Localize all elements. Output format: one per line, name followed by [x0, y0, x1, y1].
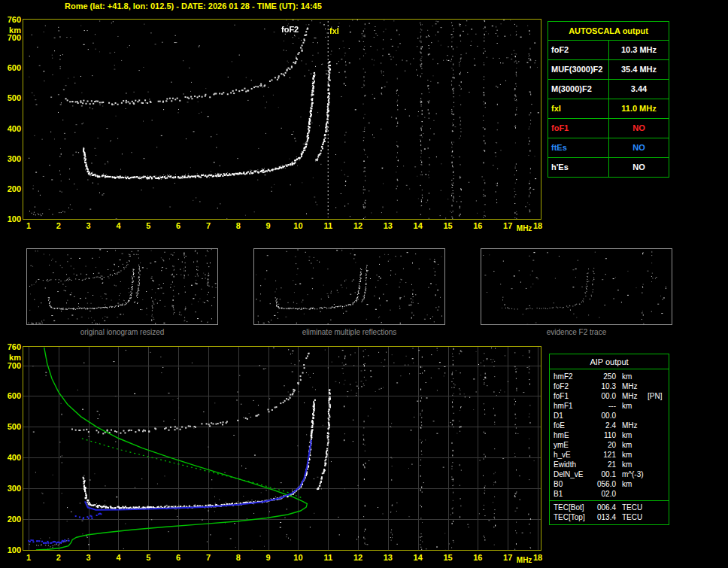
autoscala-param-label: foF1	[548, 119, 609, 138]
aip-param-value: 10.3	[589, 381, 616, 391]
aip-row: B0056.0km	[550, 479, 669, 489]
y-tick-label: 100	[2, 214, 21, 223]
x-tick-label: 8	[236, 553, 241, 562]
aip-param-label: B0	[550, 479, 589, 489]
x-tick-label: 12	[353, 553, 362, 562]
x-tick-label: 18	[533, 553, 542, 562]
aip-param-unit: m^(-3)	[616, 469, 648, 479]
aip-param-label: hmE	[550, 430, 589, 440]
x-tick-label: 14	[414, 221, 423, 230]
aip-param-label: TEC[Top]	[550, 512, 589, 522]
aip-param-label: foF2	[550, 381, 589, 391]
autoscala-window: Rome (lat: +41.8, lon: 012.5) - DATE: 20…	[0, 0, 728, 568]
autoscala-param-value: 10.3 MHz	[609, 41, 669, 59]
aip-param-label: hmF2	[550, 372, 589, 381]
aip-param-unit: MHz	[616, 421, 648, 430]
x-tick-label: 5	[146, 553, 150, 562]
y-tick-label: 700	[2, 33, 21, 42]
aip-row: foF100.0MHz[PN]	[550, 391, 669, 401]
autoscala-param-label: foF2	[548, 41, 609, 59]
aip-param-value: 20	[589, 440, 616, 450]
autoscala-row: foF210.3 MHz	[548, 40, 669, 59]
x-tick-label: 8	[236, 221, 241, 230]
aip-param-note	[648, 489, 669, 499]
autoscala-row: M(3000)F23.44	[548, 79, 669, 99]
aip-table-title: AIP output	[550, 354, 669, 369]
aip-param-note	[648, 469, 669, 479]
aip-output-table: AIP output hmF2250kmfoF210.3MHzfoF100.0M…	[549, 354, 669, 525]
x-axis-unit-label: MHz	[517, 224, 532, 232]
autoscala-table-title: AUTOSCALA output	[548, 22, 669, 40]
x-tick-label: 9	[266, 553, 271, 562]
x-tick-label: 13	[384, 553, 393, 562]
aip-param-label: B1	[550, 489, 589, 499]
y-tick-label: 200	[2, 184, 21, 193]
x-tick-label: 17	[503, 221, 512, 230]
x-tick-label: 10	[293, 221, 302, 230]
foF2-annotation-label: foF2	[281, 25, 299, 34]
aip-param-value: 056.0	[589, 479, 616, 489]
x-tick-label: 6	[176, 553, 180, 562]
aip-param-label: DelN_vE	[550, 469, 589, 479]
x-tick-label: 2	[56, 221, 61, 230]
aip-row: hmE110km	[550, 430, 669, 440]
aip-param-label: foE	[550, 421, 589, 430]
x-tick-label: 10	[293, 553, 302, 562]
aip-param-unit: MHz	[616, 391, 648, 401]
aip-row: D100.0	[550, 411, 669, 421]
bottom-ionogram-canvas	[23, 347, 541, 550]
autoscala-param-label: M(3000)F2	[548, 80, 609, 99]
autoscala-param-label: fxI	[548, 99, 609, 118]
aip-param-unit: km	[616, 401, 648, 411]
autoscala-param-value: NO	[609, 138, 669, 157]
aip-param-note	[648, 512, 669, 522]
x-tick-label: 4	[116, 553, 120, 562]
aip-param-value: 2.4	[589, 421, 616, 430]
x-tick-label: 6	[176, 221, 180, 230]
x-axis-unit-label: MHz	[517, 556, 532, 564]
aip-param-value: 250	[589, 372, 616, 381]
aip-param-label: Ewidth	[550, 460, 589, 469]
aip-param-note	[648, 381, 669, 391]
x-tick-label: 2	[56, 553, 61, 562]
aip-param-unit	[616, 411, 648, 421]
aip-param-label: hmF1	[550, 401, 589, 411]
aip-param-label: D1	[550, 411, 589, 421]
aip-param-value: ---	[589, 401, 616, 411]
y-tick-label: 700	[2, 361, 21, 370]
aip-param-unit: km	[616, 430, 648, 440]
x-tick-label: 12	[353, 221, 362, 230]
y-tick-label: 300	[2, 154, 21, 163]
aip-param-note	[648, 411, 669, 421]
aip-param-note	[648, 401, 669, 411]
autoscala-param-label: ftEs	[548, 138, 609, 157]
aip-row: TEC[Top]013.4TECU	[550, 512, 669, 522]
y-tick-label: 500	[2, 422, 21, 431]
y-tick-label: 400	[2, 453, 21, 462]
x-tick-label: 15	[443, 553, 452, 562]
thumbnail-no-multiples	[253, 248, 445, 325]
autoscala-param-value: 35.4 MHz	[609, 60, 669, 79]
aip-param-unit	[616, 489, 648, 499]
aip-row: ymE20km	[550, 440, 669, 450]
aip-param-label: TEC[Bot]	[550, 503, 589, 512]
thumbnail-original-canvas	[27, 249, 217, 324]
aip-param-unit: km	[616, 450, 648, 460]
aip-row: B102.0	[550, 489, 669, 499]
y-tick-label: 760	[2, 342, 21, 351]
autoscala-param-value: NO	[609, 119, 669, 138]
x-tick-label: 7	[206, 221, 211, 230]
thumbnail-original-ionogram	[26, 248, 218, 325]
aip-param-note: [PN]	[648, 391, 669, 401]
aip-param-value: 02.0	[589, 489, 616, 499]
autoscala-row: h'EsNO	[548, 157, 669, 177]
x-tick-label: 18	[533, 221, 542, 230]
aip-param-value: 006.4	[589, 503, 616, 512]
aip-param-value: 21	[589, 460, 616, 469]
aip-param-value: 00.1	[589, 469, 616, 479]
aip-row: Ewidth21km	[550, 460, 669, 469]
aip-row: foE2.4MHz	[550, 421, 669, 430]
thumbnail-f2-evidence-canvas	[481, 249, 672, 324]
y-tick-label: 300	[2, 484, 21, 493]
aip-param-label: h_vE	[550, 450, 589, 460]
